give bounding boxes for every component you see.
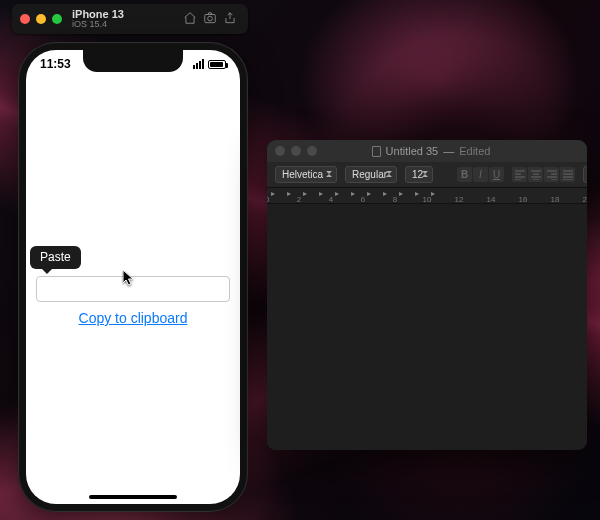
ruler-number: 20 — [583, 195, 587, 204]
font-style-select[interactable]: Regular — [345, 166, 397, 183]
ruler[interactable]: 02468101214161820▸▸▸▸▸▸▸▸▸▸▸ — [267, 188, 587, 204]
align-left-button[interactable] — [512, 167, 527, 182]
window-title: Untitled 35 — Edited — [325, 145, 537, 157]
minimize-window-button[interactable] — [36, 14, 46, 24]
align-center-button[interactable] — [528, 167, 543, 182]
maximize-window-button[interactable] — [52, 14, 62, 24]
tab-stop-icon[interactable]: ▸ — [383, 189, 387, 198]
home-icon[interactable] — [180, 11, 200, 28]
notch — [83, 50, 183, 72]
align-justify-button[interactable] — [560, 167, 575, 182]
device-os: iOS 15.4 — [72, 20, 124, 29]
tab-stop-icon[interactable]: ▸ — [351, 189, 355, 198]
ruler-number: 18 — [551, 195, 560, 204]
ruler-number: 2 — [297, 195, 301, 204]
ruler-number: 16 — [519, 195, 528, 204]
ruler-number: 12 — [455, 195, 464, 204]
screenshot-icon[interactable] — [200, 11, 220, 28]
share-icon[interactable] — [220, 11, 240, 28]
ruler-number: 0 — [267, 195, 269, 204]
cellular-signal-icon — [193, 59, 204, 69]
ruler-number: 8 — [393, 195, 397, 204]
document-icon — [372, 146, 381, 157]
tab-stop-icon[interactable]: ▸ — [415, 189, 419, 198]
textedit-window: Untitled 35 — Edited Helvetica Regular 1… — [267, 140, 587, 450]
home-indicator[interactable] — [89, 495, 177, 499]
minimize-window-button[interactable] — [291, 146, 301, 156]
simulator-titlebar: iPhone 13 iOS 15.4 — [12, 4, 248, 34]
tab-stop-icon[interactable]: ▸ — [399, 189, 403, 198]
window-traffic-lights — [275, 146, 317, 156]
bold-button[interactable]: B — [457, 167, 472, 182]
close-window-button[interactable] — [275, 146, 285, 156]
font-size-select[interactable]: 12 — [405, 166, 433, 183]
textedit-toolbar: Helvetica Regular 12 B I U 1.0 — [267, 162, 587, 188]
title-separator: — — [443, 145, 454, 157]
device-label: iPhone 13 iOS 15.4 — [72, 9, 124, 30]
text-editor-body[interactable] — [267, 204, 587, 450]
ruler-number: 4 — [329, 195, 333, 204]
font-family-select[interactable]: Helvetica — [275, 166, 337, 183]
context-menu-paste[interactable]: Paste — [30, 246, 81, 269]
svg-rect-0 — [205, 14, 216, 22]
alignment-group — [512, 167, 575, 182]
edited-indicator: Edited — [459, 145, 490, 157]
maximize-window-button[interactable] — [307, 146, 317, 156]
italic-button[interactable]: I — [473, 167, 488, 182]
text-style-group: B I U — [457, 167, 504, 182]
svg-point-1 — [208, 16, 213, 21]
close-window-button[interactable] — [20, 14, 30, 24]
underline-button[interactable]: U — [489, 167, 504, 182]
tab-stop-icon[interactable]: ▸ — [271, 189, 275, 198]
paste-label: Paste — [40, 250, 71, 264]
tab-stop-icon[interactable]: ▸ — [367, 189, 371, 198]
textedit-titlebar[interactable]: Untitled 35 — Edited — [267, 140, 587, 162]
app-body: Copy to clipboard — [26, 88, 240, 504]
document-title: Untitled 35 — [386, 145, 439, 157]
battery-icon — [208, 60, 226, 69]
tab-stop-icon[interactable]: ▸ — [431, 189, 435, 198]
tab-stop-icon[interactable]: ▸ — [319, 189, 323, 198]
align-right-button[interactable] — [544, 167, 559, 182]
tab-stop-icon[interactable]: ▸ — [335, 189, 339, 198]
ruler-number: 14 — [487, 195, 496, 204]
mouse-cursor-icon — [123, 270, 135, 290]
tab-stop-icon[interactable]: ▸ — [287, 189, 291, 198]
window-traffic-lights — [20, 14, 62, 24]
ruler-number: 6 — [361, 195, 365, 204]
tab-stop-icon[interactable]: ▸ — [303, 189, 307, 198]
line-spacing-select[interactable]: 1.0 — [583, 166, 587, 183]
copy-to-clipboard-button[interactable]: Copy to clipboard — [36, 310, 230, 326]
status-time: 11:53 — [40, 57, 71, 71]
